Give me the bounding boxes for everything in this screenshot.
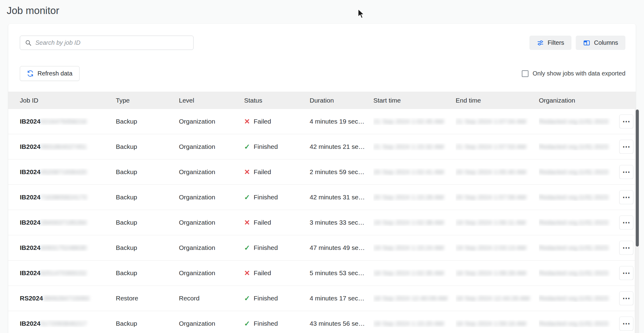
search-icon xyxy=(25,40,32,46)
job-id-prefix: RS2024 xyxy=(20,295,43,302)
start-time-redacted: 18 Sep 2024 1:02:35 AM xyxy=(373,269,444,277)
end-time-cell: 18 Sep 2024 12:44:26 AM xyxy=(456,295,539,302)
row-actions-button[interactable]: ⋯ xyxy=(619,190,633,204)
row-actions-button[interactable]: ⋯ xyxy=(619,317,633,331)
level-cell: Organization xyxy=(179,219,244,226)
status-icon: ✓ xyxy=(244,295,250,302)
status-icon: ✕ xyxy=(244,219,250,226)
job-id-prefix: IB2024 xyxy=(20,118,41,125)
organization-cell: Redacted org (US) 2023 xyxy=(539,269,619,277)
start-time-cell: 18 Sep 2024 1:02:35 AM xyxy=(373,269,456,277)
type-cell: Backup xyxy=(116,168,179,176)
organization-redacted: Redacted org (US) 2023 xyxy=(539,295,608,302)
level-cell: Organization xyxy=(179,168,244,176)
end-time-cell: 18 Sep 2024 1:59:16 AM xyxy=(456,320,539,327)
organization-cell: Redacted org (US) 2023 xyxy=(539,194,619,201)
type-cell: Backup xyxy=(116,219,179,226)
organization-cell: Redacted org (US) 2023 xyxy=(539,168,619,176)
organization-redacted: Redacted org (US) 2023 xyxy=(539,118,608,125)
vertical-scrollbar[interactable] xyxy=(635,109,639,333)
actions-cell: ⋯ xyxy=(619,291,636,305)
end-time-redacted: 19 Sep 2024 2:03:13 AM xyxy=(456,244,526,251)
start-time-cell: 18 Sep 2024 12:40:09 AM xyxy=(373,295,456,302)
start-time-redacted: 20 Sep 2024 1:15:28 AM xyxy=(373,194,444,201)
job-id-prefix: IB2024 xyxy=(20,194,41,201)
status-label: Finished xyxy=(254,194,278,201)
status-cell: ✓Finished xyxy=(244,143,310,150)
job-monitor-panel: Filters Columns Refresh data Only show j… xyxy=(8,24,636,333)
job-id-cell: IB20246093175248630 xyxy=(20,244,116,251)
refresh-data-button[interactable]: Refresh data xyxy=(20,66,80,81)
organization-redacted: Redacted org (US) 2023 xyxy=(539,143,608,150)
row-actions-button[interactable]: ⋯ xyxy=(619,266,633,280)
search-input[interactable] xyxy=(35,39,188,46)
organization-redacted: Redacted org (US) 2023 xyxy=(539,320,608,327)
actions-cell: ⋯ xyxy=(619,266,636,280)
start-time-redacted: 18 Sep 2024 12:40:09 AM xyxy=(373,295,447,302)
end-time-cell: 21 Sep 2024 1:57:53 AM xyxy=(456,143,539,150)
row-actions-button[interactable]: ⋯ xyxy=(619,114,633,128)
end-time-redacted: 21 Sep 2024 1:07:04 AM xyxy=(456,118,526,125)
start-time-redacted: 18 Sep 2024 1:15:20 AM xyxy=(373,320,444,327)
filters-button[interactable]: Filters xyxy=(529,36,571,50)
actions-cell: ⋯ xyxy=(619,165,636,179)
table-row: IB20247163905824173 Backup Organization … xyxy=(8,185,636,210)
job-id-cell: IB20240931864027451 xyxy=(20,143,116,150)
export-filter-checkbox[interactable] xyxy=(522,70,528,77)
level-cell: Record xyxy=(179,295,244,302)
end-time-cell: 20 Sep 2024 1:57:59 AM xyxy=(456,194,539,201)
end-time-redacted: 20 Sep 2024 1:57:59 AM xyxy=(456,194,526,201)
duration-cell: 5 minutes 53 sec… xyxy=(310,269,373,277)
row-actions-button[interactable]: ⋯ xyxy=(619,216,633,230)
start-time-cell: 20 Sep 2024 1:02:41 AM xyxy=(373,168,456,176)
end-time-cell: 18 Sep 2024 1:08:28 AM xyxy=(456,269,539,277)
start-time-cell: 20 Sep 2024 1:15:28 AM xyxy=(373,194,456,201)
end-time-redacted: 19 Sep 2024 1:06:11 AM xyxy=(456,219,526,226)
job-id-redacted: 5172093846217 xyxy=(41,320,87,327)
export-filter: Only show jobs with data exported xyxy=(522,70,625,77)
status-icon: ✕ xyxy=(244,169,250,176)
refresh-button-label: Refresh data xyxy=(37,70,73,77)
job-id-prefix: IB2024 xyxy=(20,244,41,251)
status-label: Failed xyxy=(254,168,271,176)
actions-cell: ⋯ xyxy=(619,317,636,331)
type-cell: Backup xyxy=(116,244,179,251)
job-id-prefix: IB2024 xyxy=(20,320,41,327)
table-row: IB20240931864027451 Backup Organization … xyxy=(8,134,636,159)
type-cell: Backup xyxy=(116,118,179,125)
status-label: Finished xyxy=(254,244,278,251)
organization-cell: Redacted org (US) 2023 xyxy=(539,143,619,150)
actions-cell: ⋯ xyxy=(619,190,636,204)
organization-cell: Redacted org (US) 2023 xyxy=(539,320,619,327)
organization-redacted: Redacted org (US) 2023 xyxy=(539,219,608,226)
start-time-redacted: 21 Sep 2024 1:02:45 AM xyxy=(373,118,444,125)
column-header: Status xyxy=(244,97,310,104)
level-cell: Organization xyxy=(179,194,244,201)
end-time-redacted: 18 Sep 2024 12:44:26 AM xyxy=(456,295,530,302)
status-label: Finished xyxy=(254,143,278,150)
start-time-cell: 18 Sep 2024 1:15:20 AM xyxy=(373,320,456,327)
row-actions-button[interactable]: ⋯ xyxy=(619,140,633,154)
type-cell: Backup xyxy=(116,269,179,277)
level-cell: Organization xyxy=(179,244,244,251)
scrollbar-thumb[interactable] xyxy=(636,110,639,247)
start-time-redacted: 20 Sep 2024 1:02:41 AM xyxy=(373,168,444,176)
job-id-redacted: 4520871936420 xyxy=(41,168,87,176)
status-label: Failed xyxy=(254,219,271,226)
row-actions-button[interactable]: ⋯ xyxy=(619,241,633,255)
status-icon: ✕ xyxy=(244,118,250,125)
search-box[interactable] xyxy=(20,36,194,50)
table-row: IB20240216479358216 Backup Organization … xyxy=(8,109,636,134)
status-icon: ✓ xyxy=(244,244,250,251)
row-actions-button[interactable]: ⋯ xyxy=(619,165,633,179)
row-actions-button[interactable]: ⋯ xyxy=(619,291,633,305)
end-time-redacted: 21 Sep 2024 1:57:53 AM xyxy=(456,143,526,150)
start-time-redacted: 21 Sep 2024 1:15:32 AM xyxy=(373,143,444,150)
job-id-cell: IB20242840637195284 xyxy=(20,219,116,226)
status-cell: ✓Finished xyxy=(244,320,310,327)
status-icon: ✓ xyxy=(244,194,250,201)
status-label: Finished xyxy=(254,295,278,302)
job-id-prefix: IB2024 xyxy=(20,168,41,175)
column-header: End time xyxy=(456,97,539,104)
columns-button[interactable]: Columns xyxy=(576,36,625,50)
